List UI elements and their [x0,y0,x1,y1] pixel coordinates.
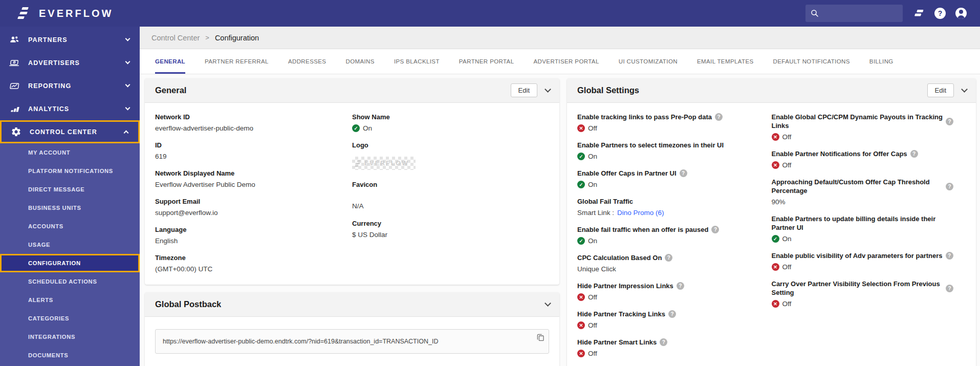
tab-general[interactable]: GENERAL [155,49,185,74]
edit-button[interactable]: Edit [927,83,954,97]
help-icon[interactable]: ? [934,8,946,19]
help-icon[interactable] [946,252,953,260]
sidebar-item-label: ANALYTICS [28,105,69,113]
tab-advertiser-portal[interactable]: ADVERTISER PORTAL [533,49,599,74]
tab-partner-portal[interactable]: PARTNER PORTAL [459,49,514,74]
setting-offer-caps-partner-ui: Enable Offer Caps in Partner UI On [577,169,759,189]
status-off-icon [577,124,585,132]
sidebar-item-configuration[interactable]: CONFIGURATION [0,254,140,272]
help-icon[interactable] [660,338,667,346]
status-off-icon [577,293,585,301]
dino-promo-link[interactable]: Dino Promo (6) [617,208,664,218]
sidebar-item-alerts[interactable]: ALERTS [0,291,140,309]
tab-ui-customization[interactable]: UI CUSTOMIZATION [619,49,678,74]
field-currency: Currency $ US Dollar [352,219,537,240]
chevron-down-icon [125,82,130,88]
help-icon[interactable] [910,150,918,158]
sidebar-item-documents[interactable]: DOCUMENTS [0,346,140,364]
setting-pre-pop: Enable tracking links to pass Pre-Pop da… [577,113,759,133]
tab-default-notifications[interactable]: DEFAULT NOTIFICATIONS [773,49,850,74]
help-icon[interactable] [677,282,684,290]
setting-hide-impression-links: Hide Partner Impression Links Off [577,282,759,302]
global-search[interactable] [805,5,903,22]
sidebar: PARTNERS ADVERTISERS REPORTING ANALYTICS [0,27,140,366]
status-off-icon [772,133,779,141]
panel-title: Global Postback [155,299,221,309]
partners-icon [8,34,20,46]
sidebar-item-label: PARTNERS [28,36,68,44]
field-id: ID 619 [155,141,340,161]
setting-cpc-cpm-dynamic-payouts: Enable Global CPC/CPM Dynamic Payouts in… [772,113,954,142]
status-on-icon [577,153,585,160]
sidebar-item-integrations[interactable]: INTEGRATIONS [0,328,140,346]
reporting-icon [8,80,20,92]
panel-title: General [155,85,186,95]
collapse-chevron-icon[interactable] [961,86,968,93]
sidebar-item-my-account[interactable]: MY ACCOUNT [0,143,140,162]
postback-url-box: https://everflow-advertiser-public-demo.… [155,329,549,354]
setting-cpc-calculation: CPC Calculation Based On Unique Click [577,253,759,274]
setting-hide-smart-links: Hide Partner Smart Links Off [577,338,759,358]
breadcrumb-control-center[interactable]: Control Center [151,34,200,42]
sidebar-item-control-center[interactable]: CONTROL CENTER [0,120,140,143]
sidebar-item-business-units[interactable]: BUSINESS UNITS [0,199,140,217]
tab-domains[interactable]: DOMAINS [345,49,374,74]
account-icon[interactable] [955,8,967,19]
collapse-chevron-icon[interactable] [545,300,551,307]
sidebar-item-partners[interactable]: PARTNERS [0,28,140,51]
search-icon [810,9,819,18]
tab-billing[interactable]: BILLING [869,49,894,74]
setting-hide-tracking-links: Hide Partner Tracking Links Off [577,310,759,330]
analytics-icon [8,103,20,115]
sidebar-item-advertisers[interactable]: ADVERTISERS [0,51,140,74]
field-network-id: Network ID everflow-advertiser-public-de… [155,113,340,133]
help-icon[interactable] [715,113,723,121]
help-icon[interactable] [665,254,672,262]
sidebar-item-platform-notifications[interactable]: PLATFORM NOTIFICATIONS [0,162,140,180]
sidebar-item-direct-message[interactable]: DIRECT MESSAGE [0,180,140,199]
sidebar-item-categories[interactable]: CATEGORIES [0,309,140,328]
brand: EVERFLOW [0,7,113,20]
status-on-icon [577,181,585,188]
tab-email-templates[interactable]: EMAIL TEMPLATES [697,49,754,74]
sidebar-item-label: REPORTING [28,82,71,90]
setting-partner-timezones: Enable Partners to select timezones in t… [577,141,759,161]
field-network-displayed-name: Network Displayed Name Everflow Advertis… [155,169,340,189]
breadcrumb: Control Center > Configuration [140,27,980,49]
setting-fail-traffic-paused: Enable fail traffic when an offer is pau… [577,225,759,246]
sidebar-item-reporting[interactable]: REPORTING [0,74,140,97]
setting-partner-billing-details: Enable Partners to update billing detail… [772,214,954,244]
panel-title: Global Settings [577,85,639,95]
copy-icon[interactable] [536,333,545,342]
help-icon[interactable] [946,285,953,292]
tab-partner-referral[interactable]: PARTNER REFERRAL [205,49,269,74]
sidebar-item-analytics[interactable]: ANALYTICS [0,97,140,120]
tab-ips-blacklist[interactable]: IPS BLACKLIST [394,49,440,74]
status-off-icon [577,350,585,357]
sidebar-item-scheduled-actions[interactable]: SCHEDULED ACTIONS [0,272,140,291]
help-icon[interactable] [711,226,719,233]
sidebar-item-usage[interactable]: USAGE [0,235,140,254]
advertisers-icon [8,57,20,69]
help-icon[interactable] [680,169,687,177]
help-icon[interactable] [946,118,953,125]
global-postback-panel: Global Postback https://everflow-adverti… [145,292,559,366]
breadcrumb-separator: > [205,34,209,41]
edit-button[interactable]: Edit [511,83,537,97]
search-input[interactable] [823,10,895,17]
setting-adv-parameters-visibility: Enable public visibility of Adv paramete… [772,251,954,272]
chevron-down-icon [125,59,130,64]
tab-addresses[interactable]: ADDRESSES [288,49,326,74]
status-off-icon [772,263,779,271]
help-icon[interactable] [668,310,676,318]
chat-icon[interactable] [912,7,925,19]
brand-name: EVERFLOW [39,8,113,19]
field-support-email: Support Email support@everflow.io [155,197,340,218]
sidebar-item-accounts[interactable]: ACCOUNTS [0,217,140,235]
field-language: Language English [155,225,340,246]
setting-carry-over-visibility: Carry Over Partner Visibility Selection … [772,279,954,309]
help-icon[interactable] [946,183,953,190]
status-on-icon [772,235,779,243]
top-bar: EVERFLOW ? [0,0,980,27]
collapse-chevron-icon[interactable] [545,86,551,93]
